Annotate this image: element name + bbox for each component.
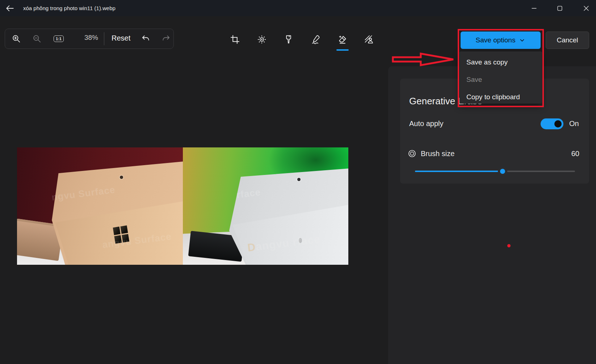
brush-size-label: Brush size <box>421 150 454 158</box>
undo-button[interactable] <box>139 32 152 45</box>
maximize-button[interactable] <box>551 0 568 16</box>
zoom-in-icon <box>12 34 21 43</box>
crop-icon <box>230 34 240 45</box>
annotation-arrow <box>391 50 456 69</box>
annotation-rectangle <box>458 29 544 107</box>
brush-size-slider[interactable] <box>415 167 575 176</box>
adjustment-tool-button[interactable] <box>255 32 269 47</box>
minimize-button[interactable] <box>526 0 542 16</box>
ratio-1-1-icon: 1:1 <box>54 35 64 42</box>
paintbrush-icon <box>284 34 294 45</box>
selected-tool-indicator <box>336 49 349 51</box>
zoom-out-icon <box>32 34 42 43</box>
zoom-percentage: 38% <box>80 34 102 42</box>
auto-apply-toggle[interactable] <box>541 118 563 129</box>
brush-size-value: 60 <box>558 150 579 158</box>
photo-after-platinum-surface: rface Dangvu rface <box>183 147 348 265</box>
title-bar: xóa phông trong photo win11 (1).webp <box>0 0 596 16</box>
reset-button[interactable]: Reset <box>109 33 133 43</box>
brightness-icon <box>257 34 267 45</box>
back-button[interactable] <box>2 1 17 16</box>
image-edit-canvas[interactable]: ngvu Surface angvu Surface rface Dangvu … <box>17 147 348 265</box>
redo-icon <box>161 34 171 43</box>
auto-apply-state: On <box>569 120 579 128</box>
actual-size-button[interactable]: 1:1 <box>51 32 66 45</box>
background-icon <box>364 34 374 45</box>
close-button[interactable] <box>578 0 595 16</box>
photo-before-gold-surface: ngvu Surface angvu Surface <box>17 147 183 265</box>
background-tool-button[interactable] <box>362 32 376 47</box>
slider-knob[interactable] <box>498 167 507 176</box>
slider-fill <box>415 171 503 172</box>
minimize-icon <box>530 4 538 12</box>
watermark-logo-d: D <box>247 241 257 254</box>
close-icon <box>582 4 590 12</box>
zoom-out-button[interactable] <box>30 32 43 45</box>
cancel-label: Cancel <box>557 36 578 44</box>
rear-camera <box>297 178 301 181</box>
window-title: xóa phông trong photo win11 (1).webp <box>23 0 116 16</box>
toggle-knob <box>554 120 562 127</box>
back-arrow-icon <box>5 4 14 13</box>
generative-erase-icon <box>337 34 348 45</box>
toolbar-divider <box>104 32 104 45</box>
redo-button[interactable] <box>160 32 173 45</box>
cancel-button[interactable]: Cancel <box>546 32 589 49</box>
crop-tool-button[interactable] <box>228 32 242 47</box>
filter-tool-button[interactable] <box>281 32 296 47</box>
erase-tool-button[interactable] <box>335 32 350 47</box>
auto-apply-label: Auto apply <box>409 120 444 128</box>
maximize-icon <box>556 5 563 12</box>
markup-tool-button[interactable] <box>309 32 323 47</box>
brush-size-icon <box>408 149 416 158</box>
pen-icon <box>311 34 321 45</box>
photos-app-window: xóa phông trong photo win11 (1).webp <box>0 0 596 364</box>
undo-icon <box>141 34 150 43</box>
rear-camera <box>120 176 123 179</box>
annotation-dot <box>507 244 511 247</box>
zoom-in-button[interactable] <box>10 32 23 45</box>
